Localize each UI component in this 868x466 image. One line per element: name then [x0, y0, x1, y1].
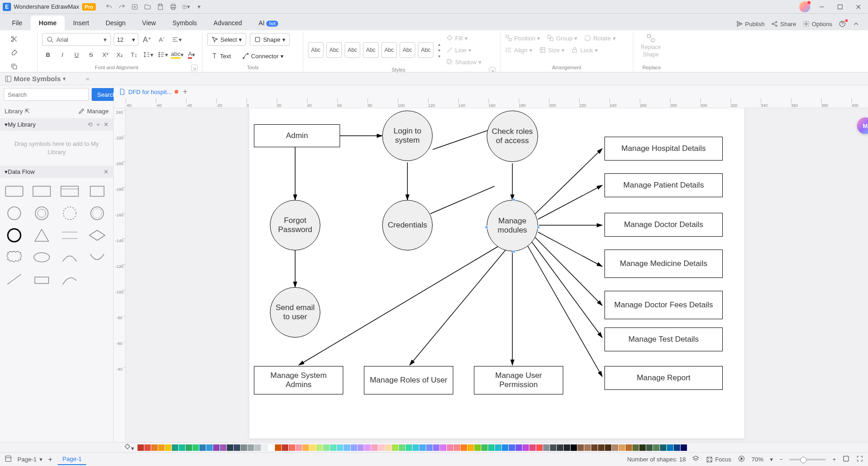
color-swatch[interactable]	[502, 444, 508, 451]
color-swatch[interactable]	[681, 444, 687, 451]
color-swatch[interactable]	[351, 444, 357, 451]
color-swatch[interactable]	[584, 444, 591, 451]
tab-design[interactable]: Design	[97, 16, 134, 30]
node-login[interactable]: Login to system	[382, 111, 433, 161]
options-button[interactable]: Options	[802, 20, 832, 28]
tab-advanced[interactable]: Advanced	[205, 16, 250, 30]
add-tab-button[interactable]: +	[183, 87, 188, 97]
color-swatch[interactable]	[564, 444, 570, 451]
color-swatch[interactable]	[199, 444, 206, 451]
fit-page-icon[interactable]	[842, 455, 850, 464]
shape-thumb[interactable]	[32, 205, 51, 221]
page-tab[interactable]: Page-1	[58, 454, 86, 465]
node-medicine-details[interactable]: Manage Medicine Details	[604, 250, 723, 278]
color-swatch[interactable]	[144, 444, 151, 451]
highlight-icon[interactable]: abc▾	[171, 49, 183, 61]
color-swatch[interactable]	[323, 444, 330, 451]
color-swatch[interactable]	[330, 444, 336, 451]
tab-ai[interactable]: AIhot	[250, 16, 286, 30]
shape-thumb[interactable]	[88, 205, 107, 221]
publish-button[interactable]: Publish	[736, 20, 765, 28]
dataflow-section[interactable]: ▾ Data Flow ✕	[0, 166, 113, 178]
shape-tool[interactable]: Shape▾	[250, 33, 290, 46]
replace-shape-button[interactable]: Replace Shape	[638, 33, 664, 58]
color-swatch[interactable]	[543, 444, 549, 451]
styles-up-icon[interactable]: ▴	[438, 42, 440, 47]
shape-thumb[interactable]	[5, 250, 24, 265]
color-swatch[interactable]	[488, 444, 494, 451]
font-size-combo[interactable]: 12▾	[114, 33, 138, 46]
color-swatch[interactable]	[275, 444, 281, 451]
font-increase-icon[interactable]: A⁺	[141, 33, 153, 45]
shape-thumb[interactable]	[60, 272, 79, 287]
color-swatch[interactable]	[296, 444, 302, 451]
align-button[interactable]: Align▾	[505, 45, 533, 55]
color-swatch[interactable]	[516, 444, 522, 451]
style-swatch[interactable]: Abc	[308, 42, 324, 58]
collapse-ribbon-icon[interactable]	[852, 20, 860, 28]
color-swatch[interactable]	[454, 444, 460, 451]
color-swatch[interactable]	[282, 444, 288, 451]
font-dialog-icon[interactable]: ↘	[191, 65, 198, 71]
select-tool[interactable]: Select▾	[207, 33, 246, 46]
zoom-in-button[interactable]: +	[832, 456, 836, 463]
color-swatch[interactable]	[619, 444, 625, 451]
color-swatch[interactable]	[495, 444, 501, 451]
color-swatch[interactable]	[302, 444, 309, 451]
library-collapse-icon[interactable]: ⇱	[25, 108, 30, 115]
color-swatch[interactable]	[612, 444, 618, 451]
color-swatch[interactable]	[571, 444, 577, 451]
style-swatch[interactable]: Abc	[400, 42, 415, 58]
color-swatch[interactable]	[509, 444, 515, 451]
shape-thumb[interactable]	[32, 227, 51, 243]
shape-thumb[interactable]	[60, 205, 79, 221]
style-swatch[interactable]: Abc	[326, 42, 342, 58]
italic-icon[interactable]: I	[56, 49, 68, 61]
color-swatch[interactable]	[344, 444, 350, 451]
fullscreen-icon[interactable]	[856, 455, 863, 464]
style-swatch[interactable]: Abc	[363, 42, 379, 58]
style-swatch[interactable]: Abc	[381, 42, 397, 58]
color-swatch[interactable]	[646, 444, 653, 451]
color-swatch[interactable]	[337, 444, 343, 451]
node-doctor-details[interactable]: Manage Doctor Details	[604, 213, 723, 237]
tab-file[interactable]: File	[4, 16, 31, 30]
node-system-admins[interactable]: Manage System Admins	[254, 366, 343, 394]
color-swatch[interactable]	[206, 444, 213, 451]
color-swatch[interactable]	[660, 444, 666, 451]
color-swatch[interactable]	[137, 444, 144, 451]
node-check-roles[interactable]: Check roles of access	[487, 111, 538, 162]
color-swatch[interactable]	[254, 444, 261, 451]
color-swatch[interactable]	[433, 444, 439, 451]
canvas[interactable]: Admin Login to system Check roles of acc…	[126, 108, 868, 442]
rotate-button[interactable]: Rotate▾	[584, 33, 615, 43]
color-swatch[interactable]	[220, 444, 226, 451]
node-hospital-details[interactable]: Manage Hospital Details	[604, 137, 723, 161]
color-swatch[interactable]	[406, 444, 412, 451]
library-label[interactable]: Library	[5, 108, 23, 115]
line-button[interactable]: Line▾	[446, 45, 482, 55]
user-avatar[interactable]	[799, 1, 810, 12]
color-swatch[interactable]	[461, 444, 467, 451]
node-roles-of-user[interactable]: Manage Roles of User	[364, 366, 453, 394]
color-swatch[interactable]	[392, 444, 398, 451]
color-swatch[interactable]	[481, 444, 488, 451]
sidebar-toggle-icon[interactable]: More Symbols▾ «	[5, 75, 89, 83]
zoom-out-button[interactable]: −	[780, 456, 783, 463]
share-button[interactable]: Share	[771, 20, 796, 28]
color-swatch[interactable]	[357, 444, 364, 451]
style-swatch[interactable]: Abc	[418, 42, 434, 58]
shape-thumb[interactable]	[60, 250, 79, 265]
styles-more-icon[interactable]: ▾	[438, 54, 440, 59]
color-swatch[interactable]	[598, 444, 604, 451]
document-tab[interactable]: DFD for hospit...	[118, 88, 178, 95]
color-swatch[interactable]	[165, 444, 171, 451]
layers-icon[interactable]	[692, 455, 699, 464]
color-swatch[interactable]	[639, 444, 646, 451]
shape-thumb[interactable]	[60, 183, 79, 199]
zoom-level[interactable]: 70%	[752, 456, 764, 463]
color-swatch[interactable]	[172, 444, 178, 451]
node-admin[interactable]: Admin	[254, 124, 340, 147]
align-icon[interactable]: ▾	[170, 33, 182, 45]
redo-icon[interactable]	[118, 3, 126, 11]
